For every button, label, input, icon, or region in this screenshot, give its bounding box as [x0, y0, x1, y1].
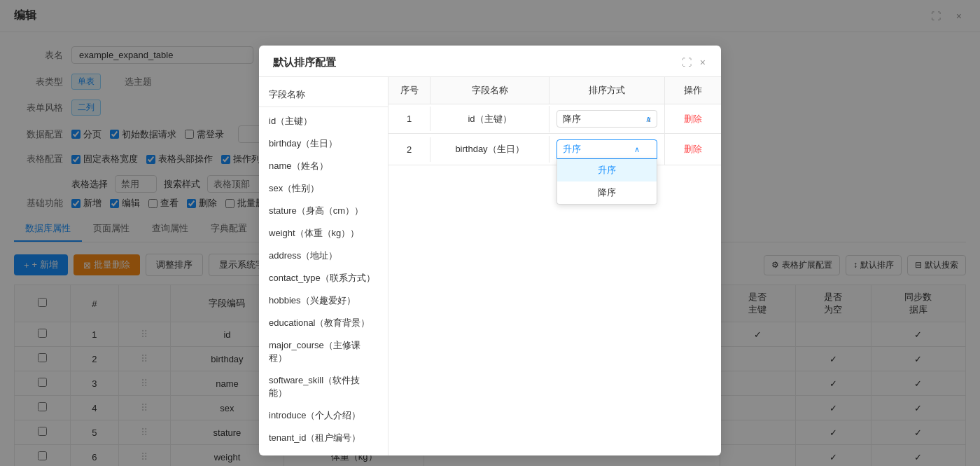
- sort-select-wrapper-1: 降序 升序 ∨: [556, 110, 657, 128]
- dialog-title: 默认排序配置: [273, 56, 336, 69]
- field-list-item[interactable]: introduce（个人介绍）: [259, 404, 388, 427]
- dialog-expand-icon[interactable]: ⛶: [680, 55, 693, 69]
- sort-header-order: 排序方式: [550, 77, 665, 104]
- sort-select-1[interactable]: 降序 升序: [556, 110, 657, 128]
- field-list-item[interactable]: major_course（主修课程）: [259, 334, 388, 369]
- field-list-item[interactable]: weight（体重（kg））: [259, 222, 388, 245]
- field-list-item[interactable]: sex（性别）: [259, 177, 388, 200]
- sort-config-panel: 序号 字段名称 排序方式 操作 1 id（主键） 降序: [388, 77, 721, 455]
- field-list-item[interactable]: tenant_id（租户编号）: [259, 427, 388, 449]
- delete-row-2-button[interactable]: 删除: [684, 143, 702, 156]
- field-list-panel: 字段名称 id（主键）birthday（生日）name（姓名）sex（性别）st…: [259, 77, 388, 455]
- field-list-item[interactable]: software_skill（软件技能）: [259, 369, 388, 404]
- dialog-close-icon[interactable]: ×: [699, 55, 707, 69]
- field-list-header: 字段名称: [259, 83, 388, 107]
- field-list-item[interactable]: id（主键）: [259, 110, 388, 132]
- sort-cell-order-2: 升序 ∧ 升序 降序: [550, 134, 665, 165]
- field-list-item[interactable]: create_user（创建人）: [259, 449, 388, 455]
- sort-cell-seq-2: 2: [388, 137, 430, 162]
- field-list-item[interactable]: educational（教育背景）: [259, 312, 388, 334]
- field-list-item[interactable]: hobbies（兴趣爱好）: [259, 289, 388, 312]
- sort-select-wrapper-2: 升序 ∧ 升序 降序: [556, 139, 657, 159]
- sort-cell-name-1: id（主键）: [430, 106, 550, 132]
- sort-select-display-2[interactable]: 升序 ∧: [556, 139, 657, 159]
- sort-dropdown-2: 升序 降序: [556, 159, 657, 205]
- dialog-header: 默认排序配置 ⛶ ×: [259, 46, 721, 77]
- dropdown-item-asc[interactable]: 升序: [557, 159, 657, 181]
- sort-row-1: 1 id（主键） 降序 升序 ∨ 删除: [388, 104, 721, 134]
- dialog-body: 字段名称 id（主键）birthday（生日）name（姓名）sex（性别）st…: [259, 77, 721, 455]
- sort-config-dialog: 默认排序配置 ⛶ × 字段名称 id（主键）birthday（生日）name（姓…: [259, 46, 721, 455]
- selected-value-2: 升序: [563, 143, 581, 156]
- sort-header-name: 字段名称: [430, 77, 550, 104]
- sort-cell-seq-1: 1: [388, 107, 430, 131]
- dialog-header-icons: ⛶ ×: [680, 55, 707, 69]
- sort-cell-name-2: birthday（生日）: [430, 136, 550, 163]
- sort-cell-action-2: 删除: [665, 136, 721, 163]
- sort-row-2: 2 birthday（生日） 升序 ∧ 升序: [388, 134, 721, 165]
- modal-overlay: 默认排序配置 ⛶ × 字段名称 id（主键）birthday（生日）name（姓…: [0, 0, 980, 466]
- field-list-item[interactable]: contact_type（联系方式）: [259, 267, 388, 289]
- field-list-item[interactable]: address（地址）: [259, 245, 388, 267]
- sort-table-header: 序号 字段名称 排序方式 操作: [388, 77, 721, 104]
- sort-cell-action-1: 删除: [665, 106, 721, 132]
- chevron-up-icon-2: ∧: [634, 145, 640, 154]
- sort-header-seq: 序号: [388, 77, 430, 104]
- delete-row-1-button[interactable]: 删除: [684, 113, 702, 125]
- field-list-item[interactable]: birthday（生日）: [259, 132, 388, 155]
- sort-cell-order-1: 降序 升序 ∨: [550, 104, 665, 133]
- sort-header-action: 操作: [665, 77, 721, 104]
- field-list-item[interactable]: stature（身高（cm））: [259, 200, 388, 222]
- editor-panel: 编辑 ⛶ × 表名 选择 分类类型 ▼ 表类型 单表 选主题 表单风格 二列 数…: [0, 0, 980, 466]
- field-list-item[interactable]: name（姓名）: [259, 155, 388, 177]
- field-list-items: id（主键）birthday（生日）name（姓名）sex（性别）stature…: [259, 110, 388, 455]
- dropdown-item-desc[interactable]: 降序: [557, 181, 657, 204]
